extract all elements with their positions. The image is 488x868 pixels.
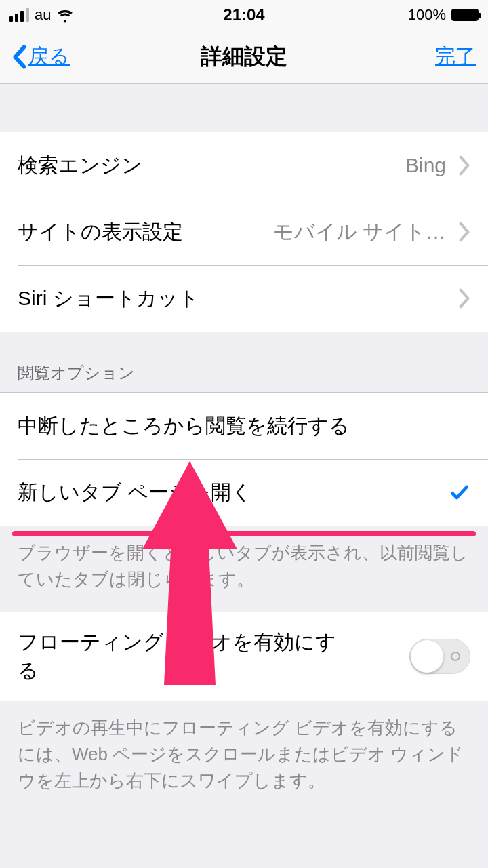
status-time: 21:04 (223, 5, 264, 24)
toggle-off-indicator (451, 652, 460, 661)
toggle-knob (411, 640, 443, 673)
status-left: au (9, 6, 74, 24)
row-label: 中断したところから閲覧を続行する (18, 412, 350, 440)
row-label: サイトの表示設定 (18, 218, 183, 246)
status-right: 100% (408, 6, 479, 24)
done-button[interactable]: 完了 (435, 43, 476, 71)
toggle-floating-video[interactable] (409, 639, 470, 674)
chevron-left-icon (12, 45, 27, 69)
row-continue-browsing[interactable]: 中断したところから閲覧を続行する (0, 393, 488, 459)
settings-group-floating-video: フローティング ビデオを有効にする (0, 612, 488, 701)
row-label: フローティング ビデオを有効にする (18, 628, 357, 685)
row-siri-shortcuts[interactable]: Siri ショートカット (0, 265, 488, 332)
back-label: 戻る (28, 43, 70, 71)
chevron-right-icon (458, 222, 470, 242)
nav-bar: 戻る 詳細設定 完了 (0, 30, 488, 84)
row-site-display[interactable]: サイトの表示設定 モバイル サイト… (0, 199, 488, 265)
section-header-browse-options: 閲覧オプション (0, 332, 488, 392)
row-label: 新しいタブ ページを開く (18, 479, 252, 507)
chevron-right-icon (458, 155, 470, 176)
annotation-underline (12, 531, 476, 536)
section-footer-floating-video: ビデオの再生中にフローティング ビデオを有効にするには、Web ページをスクロー… (0, 701, 488, 813)
wifi-icon (56, 6, 74, 24)
status-bar: au 21:04 100% (0, 0, 488, 30)
page-title: 詳細設定 (201, 42, 287, 72)
row-floating-video[interactable]: フローティング ビデオを有効にする (0, 612, 488, 701)
row-label: Siri ショートカット (18, 285, 199, 313)
settings-group-general: 検索エンジン Bing サイトの表示設定 モバイル サイト… Siri ショート… (0, 132, 488, 332)
row-label: 検索エンジン (18, 152, 142, 180)
row-open-new-tab[interactable]: 新しいタブ ページを開く (0, 459, 488, 526)
row-value: モバイル サイト… (183, 218, 446, 246)
battery-icon (451, 9, 479, 21)
chevron-right-icon (458, 288, 470, 309)
row-search-engine[interactable]: 検索エンジン Bing (0, 132, 488, 199)
section-footer-browse: ブラウザーを開くと新しいタブが表示され、以前閲覧していたタブは閉じられます。 (0, 526, 488, 612)
carrier-label: au (35, 6, 51, 24)
cellular-signal-icon (9, 8, 29, 22)
battery-percentage: 100% (408, 6, 446, 24)
checkmark-icon (449, 481, 470, 503)
back-button[interactable]: 戻る (12, 43, 70, 71)
row-value: Bing (142, 154, 446, 177)
settings-group-browse-options: 中断したところから閲覧を続行する 新しいタブ ページを開く (0, 392, 488, 526)
